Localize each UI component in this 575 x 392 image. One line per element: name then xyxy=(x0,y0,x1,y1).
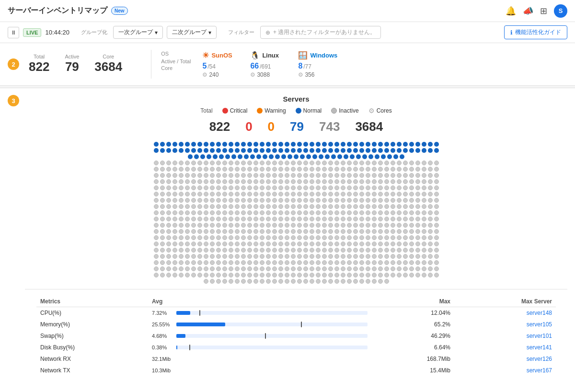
dot-inactive[interactable] xyxy=(253,161,258,165)
dot-inactive[interactable] xyxy=(378,179,383,184)
dot-inactive[interactable] xyxy=(422,167,426,172)
dot-inactive[interactable] xyxy=(397,204,402,209)
dot-inactive[interactable] xyxy=(297,167,302,172)
dot-inactive[interactable] xyxy=(241,266,246,271)
dot-inactive[interactable] xyxy=(366,279,370,284)
dot-inactive[interactable] xyxy=(154,192,159,196)
dot-inactive[interactable] xyxy=(303,185,308,190)
dot-inactive[interactable] xyxy=(403,242,408,246)
dot-inactive[interactable] xyxy=(260,173,264,178)
dot-inactive[interactable] xyxy=(397,192,402,196)
dot-inactive[interactable] xyxy=(241,173,246,178)
dot-inactive[interactable] xyxy=(291,235,296,240)
dot-inactive[interactable] xyxy=(403,161,408,165)
dot-inactive[interactable] xyxy=(384,254,389,259)
dot-inactive[interactable] xyxy=(397,229,402,234)
dot-active[interactable] xyxy=(235,142,240,147)
metric-max-server[interactable]: server141 xyxy=(454,342,556,353)
dot-inactive[interactable] xyxy=(204,179,208,184)
dot-inactive[interactable] xyxy=(266,167,271,172)
dot-inactive[interactable] xyxy=(397,254,402,259)
dot-inactive[interactable] xyxy=(384,279,389,284)
dot-inactive[interactable] xyxy=(347,260,352,265)
dot-inactive[interactable] xyxy=(422,235,426,240)
dot-inactive[interactable] xyxy=(378,173,383,178)
dot-inactive[interactable] xyxy=(266,235,271,240)
dot-inactive[interactable] xyxy=(322,260,327,265)
dot-inactive[interactable] xyxy=(391,260,395,265)
dot-active[interactable] xyxy=(260,148,264,153)
dot-inactive[interactable] xyxy=(160,223,165,228)
dot-inactive[interactable] xyxy=(403,167,408,172)
dot-inactive[interactable] xyxy=(403,179,408,184)
dot-inactive[interactable] xyxy=(310,167,314,172)
dot-inactive[interactable] xyxy=(384,248,389,253)
dot-inactive[interactable] xyxy=(378,242,383,246)
dot-inactive[interactable] xyxy=(434,185,439,190)
dot-inactive[interactable] xyxy=(191,173,196,178)
dot-inactive[interactable] xyxy=(166,192,171,196)
dot-active[interactable] xyxy=(353,142,358,147)
dot-inactive[interactable] xyxy=(297,204,302,209)
dot-inactive[interactable] xyxy=(409,235,414,240)
dot-inactive[interactable] xyxy=(303,210,308,215)
dot-inactive[interactable] xyxy=(391,235,395,240)
dot-inactive[interactable] xyxy=(403,223,408,228)
dot-inactive[interactable] xyxy=(310,260,314,265)
dot-inactive[interactable] xyxy=(172,161,177,165)
dot-inactive[interactable] xyxy=(197,167,202,172)
dot-inactive[interactable] xyxy=(428,254,433,259)
dot-active[interactable] xyxy=(269,154,274,159)
dot-inactive[interactable] xyxy=(172,179,177,184)
dot-inactive[interactable] xyxy=(403,198,408,203)
dot-inactive[interactable] xyxy=(166,185,171,190)
dot-inactive[interactable] xyxy=(272,217,277,221)
dot-inactive[interactable] xyxy=(222,198,227,203)
dot-inactive[interactable] xyxy=(266,266,271,271)
dot-inactive[interactable] xyxy=(384,235,389,240)
dot-inactive[interactable] xyxy=(297,210,302,215)
dot-inactive[interactable] xyxy=(391,210,395,215)
dot-active[interactable] xyxy=(291,148,296,153)
dot-inactive[interactable] xyxy=(403,235,408,240)
dot-active[interactable] xyxy=(222,148,227,153)
dot-inactive[interactable] xyxy=(353,273,358,277)
dot-inactive[interactable] xyxy=(415,192,420,196)
dot-inactive[interactable] xyxy=(166,167,171,172)
dot-inactive[interactable] xyxy=(210,260,215,265)
dot-active[interactable] xyxy=(204,148,208,153)
dot-inactive[interactable] xyxy=(253,235,258,240)
dot-inactive[interactable] xyxy=(347,223,352,228)
dot-inactive[interactable] xyxy=(204,229,208,234)
dot-inactive[interactable] xyxy=(397,161,402,165)
dot-inactive[interactable] xyxy=(366,167,370,172)
dot-inactive[interactable] xyxy=(210,248,215,253)
dot-inactive[interactable] xyxy=(428,167,433,172)
dot-inactive[interactable] xyxy=(303,217,308,221)
dot-inactive[interactable] xyxy=(216,192,221,196)
dot-inactive[interactable] xyxy=(297,248,302,253)
dot-inactive[interactable] xyxy=(353,217,358,221)
dot-inactive[interactable] xyxy=(235,161,240,165)
dot-inactive[interactable] xyxy=(241,279,246,284)
dot-inactive[interactable] xyxy=(241,242,246,246)
dot-active[interactable] xyxy=(238,154,242,159)
dot-inactive[interactable] xyxy=(278,217,283,221)
dot-inactive[interactable] xyxy=(310,229,314,234)
dot-inactive[interactable] xyxy=(272,179,277,184)
dot-inactive[interactable] xyxy=(291,161,296,165)
dot-inactive[interactable] xyxy=(297,198,302,203)
dot-inactive[interactable] xyxy=(428,179,433,184)
dot-inactive[interactable] xyxy=(322,161,327,165)
dot-inactive[interactable] xyxy=(303,192,308,196)
dot-active[interactable] xyxy=(253,148,258,153)
dot-inactive[interactable] xyxy=(297,279,302,284)
dot-inactive[interactable] xyxy=(210,223,215,228)
dot-inactive[interactable] xyxy=(415,223,420,228)
dot-inactive[interactable] xyxy=(222,192,227,196)
dot-inactive[interactable] xyxy=(235,223,240,228)
dot-active[interactable] xyxy=(266,148,271,153)
dot-inactive[interactable] xyxy=(378,235,383,240)
dot-inactive[interactable] xyxy=(297,179,302,184)
dot-inactive[interactable] xyxy=(415,229,420,234)
